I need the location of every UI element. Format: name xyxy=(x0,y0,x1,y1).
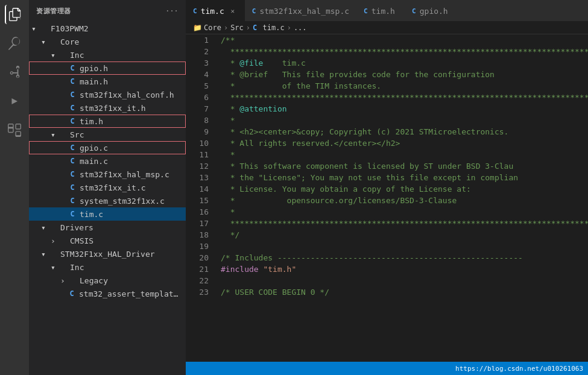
tree-item-legacy[interactable]: ›Legacy xyxy=(29,274,186,287)
tree-item-label: F103PWM2 xyxy=(51,24,89,33)
breadcrumb-separator: › xyxy=(246,24,250,32)
search-icon[interactable] xyxy=(5,34,24,53)
tree-item-inc[interactable]: ▾Inc xyxy=(29,48,186,61)
tree-item-label: Src xyxy=(70,130,84,139)
line-number: 6 xyxy=(186,92,209,103)
line-number: 14 xyxy=(186,183,209,195)
tree-item-label: Inc xyxy=(70,51,84,60)
line-number: 5 xyxy=(186,80,209,92)
tree-item-src[interactable]: ▾Src xyxy=(29,128,186,141)
tree-item-drivers[interactable]: ▾Drivers xyxy=(29,221,186,234)
tree-item-tim-h[interactable]: Ctim.h xyxy=(29,115,186,128)
breadcrumb-part[interactable]: C tim.c xyxy=(253,24,285,32)
tree-item-cmsis[interactable]: ›CMSIS xyxy=(29,234,186,247)
editor-area: Ctim.c✕Cstm32f1xx_hal_msp.cCtim.hCgpio.h… xyxy=(186,0,588,375)
code-content[interactable]: /** ************************************… xyxy=(216,34,588,362)
tree-item-stm32-assert[interactable]: Cstm32_assert_templat... xyxy=(29,287,186,300)
tab-close-button[interactable]: ✕ xyxy=(228,6,238,16)
watermark: https://blog.csdn.net/u010261063 xyxy=(455,365,583,373)
line-number: 2 xyxy=(186,46,209,57)
tree-item-label: stm32f1xx_hal_msp.c xyxy=(80,170,169,179)
tree-item-label: tim.c xyxy=(80,210,103,219)
extensions-icon[interactable] xyxy=(5,121,24,140)
run-icon[interactable] xyxy=(5,92,24,111)
tree-item-f103pwm2[interactable]: ▾F103PWM2 xyxy=(29,22,186,35)
tab-stm32-hal-msp-tab[interactable]: Cstm32f1xx_hal_msp.c xyxy=(245,0,356,21)
tab-tim-c-tab[interactable]: Ctim.c✕ xyxy=(186,0,245,21)
tree-item-core[interactable]: ▾Core xyxy=(29,35,186,48)
tree-item-stm32f1xx-hal-msp-c[interactable]: Cstm32f1xx_hal_msp.c xyxy=(29,168,186,181)
tree-item-stm32f1xx-it-c[interactable]: Cstm32f1xx_it.c xyxy=(29,181,186,194)
tree-item-gpio-c[interactable]: Cgpio.c xyxy=(29,141,186,154)
tree-item-label: Inc xyxy=(70,263,84,272)
line-number: 15 xyxy=(186,195,209,206)
file-c-icon: C xyxy=(68,90,77,99)
line-number: 23 xyxy=(186,286,209,298)
tree-item-stm32f1xx-hal-conf-h[interactable]: Cstm32f1xx_hal_conf.h xyxy=(29,88,186,101)
tree-item-label: Legacy xyxy=(80,276,108,285)
sidebar-header: 资源管理器 ··· xyxy=(29,0,186,22)
status-bar: https://blog.csdn.net/u010261063 xyxy=(186,362,588,375)
file-c-icon: C xyxy=(68,169,77,179)
code-line: * opensource.org/licenses/BSD-3-Clause xyxy=(221,195,588,206)
tree-item-main-c[interactable]: Cmain.c xyxy=(29,154,186,168)
folder-chevron-icon: › xyxy=(58,276,68,285)
file-c-icon: C xyxy=(68,183,77,192)
line-number: 4 xyxy=(186,69,209,80)
code-line: * xyxy=(221,149,588,160)
folder-chevron-icon: ▾ xyxy=(39,222,48,232)
tree-item-label: stm32_assert_templat... xyxy=(79,289,181,298)
file-c-icon: C xyxy=(68,156,77,166)
sidebar-title: 资源管理器 xyxy=(36,7,71,16)
tree-item-inc2[interactable]: ▾Inc xyxy=(29,260,186,274)
folder-chevron-icon: ▾ xyxy=(48,262,58,272)
code-line: * xyxy=(221,206,588,218)
tree-item-system-stm32f1xx-c[interactable]: Csystem_stm32f1xx.c xyxy=(29,194,186,207)
code-line: * This software component is licensed by… xyxy=(221,160,588,172)
folder-chevron-icon: ▾ xyxy=(48,130,58,139)
code-line: * @attention xyxy=(221,103,588,115)
breadcrumb-part[interactable]: ... xyxy=(294,24,307,32)
tree-item-stm32f1xx-it-h[interactable]: Cstm32f1xx_it.h xyxy=(29,101,186,115)
tree-item-main-h[interactable]: Cmain.h xyxy=(29,75,186,88)
tab-file-icon: C xyxy=(364,7,368,15)
sidebar-header-icons: ··· xyxy=(165,7,179,15)
code-line: */ xyxy=(221,229,588,241)
files-icon[interactable] xyxy=(5,5,24,24)
code-line: * the "License"; You may not use this fi… xyxy=(221,172,588,183)
code-line: * of the TIM instances. xyxy=(221,80,588,92)
tree-item-tim-c[interactable]: Ctim.c xyxy=(29,207,186,221)
source-control-icon[interactable] xyxy=(5,63,24,82)
line-number: 20 xyxy=(186,252,209,263)
tree-item-label: stm32f1xx_it.c xyxy=(80,183,146,192)
folder-icon xyxy=(48,249,58,259)
tab-bar: Ctim.c✕Cstm32f1xx_hal_msp.cCtim.hCgpio.h xyxy=(186,0,588,21)
folder-icon xyxy=(58,236,68,245)
line-number: 21 xyxy=(186,263,209,275)
line-number: 18 xyxy=(186,229,209,241)
tree-item-label: main.h xyxy=(80,77,108,86)
tab-label: stm32f1xx_hal_msp.c xyxy=(259,7,349,16)
file-c-icon: C xyxy=(68,116,77,126)
tab-file-icon: C xyxy=(193,7,197,15)
line-number: 19 xyxy=(186,241,209,252)
more-icon[interactable]: ··· xyxy=(165,7,179,15)
folder-chevron-icon: ▾ xyxy=(29,24,39,33)
line-number: 8 xyxy=(186,115,209,126)
tree-item-stm32f1xx-hal-driver[interactable]: ▾STM32F1xx_HAL_Driver xyxy=(29,247,186,260)
tree-item-label: stm32f1xx_hal_conf.h xyxy=(80,90,174,99)
line-number: 17 xyxy=(186,218,209,229)
tab-tim-h-tab[interactable]: Ctim.h xyxy=(356,0,405,21)
code-line: ****************************************… xyxy=(221,46,588,57)
tab-file-icon: C xyxy=(412,7,416,15)
breadcrumb-part[interactable]: 📁Core xyxy=(193,24,221,32)
tree-item-label: stm32f1xx_it.h xyxy=(80,104,146,113)
file-c-icon: C xyxy=(68,77,77,86)
tab-gpio-h-tab[interactable]: Cgpio.h xyxy=(405,0,455,21)
folder-icon xyxy=(48,222,58,232)
tree-item-gpio-h[interactable]: Cgpio.h xyxy=(29,61,186,75)
code-line: #include "tim.h" xyxy=(221,263,588,275)
line-number: 12 xyxy=(186,160,209,172)
breadcrumb-part[interactable]: Src xyxy=(230,24,244,32)
tab-label: tim.c xyxy=(201,7,224,16)
